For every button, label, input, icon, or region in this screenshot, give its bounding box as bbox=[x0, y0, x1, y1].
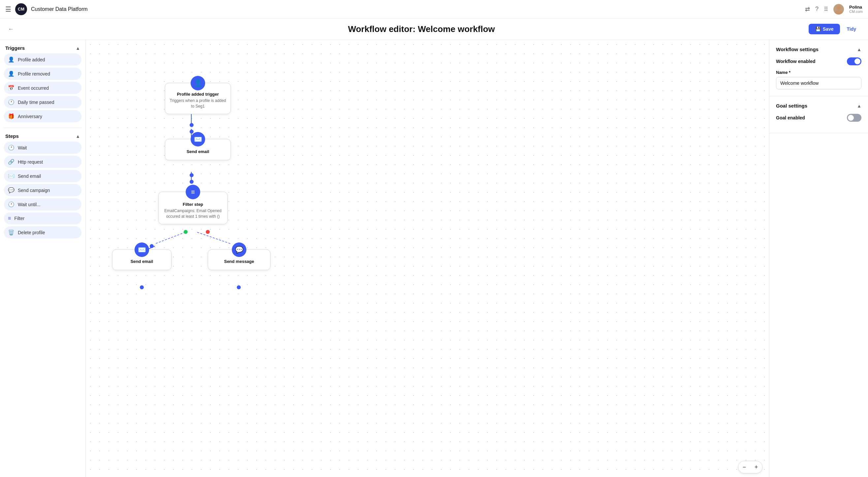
goal-settings-header: Goal settings ▲ bbox=[776, 103, 861, 109]
sidebar-item-label: Filter bbox=[14, 216, 24, 221]
goal-settings-title: Goal settings bbox=[776, 103, 807, 109]
save-icon: 💾 bbox=[815, 26, 821, 32]
node-trigger[interactable]: 👤 Profile added trigger Triggers when a … bbox=[165, 83, 231, 114]
zoom-in-button[interactable]: + bbox=[750, 461, 762, 473]
dot-4 bbox=[190, 180, 194, 184]
zoom-controls: − + bbox=[738, 461, 763, 473]
sidebar-item-daily-time[interactable]: 🕐 Daily time passed bbox=[4, 96, 82, 108]
dot-bottom-left bbox=[140, 285, 144, 289]
sidebar-divider bbox=[4, 128, 82, 128]
steps-section-header: Steps ▲ bbox=[4, 133, 82, 139]
profile-removed-icon: 👤 bbox=[8, 70, 14, 77]
goal-settings-collapse-icon[interactable]: ▲ bbox=[857, 103, 861, 109]
filter-icon: ≡ bbox=[8, 215, 11, 221]
steps-collapse-icon[interactable]: ▲ bbox=[75, 133, 80, 139]
http-request-icon: 🔗 bbox=[8, 159, 14, 165]
trigger-icon-wrap: 👤 bbox=[191, 76, 205, 90]
sidebar-item-delete-profile[interactable]: 🗑️ Delete profile bbox=[4, 226, 82, 239]
workflow-canvas[interactable]: 👤 Profile added trigger Triggers when a … bbox=[86, 40, 769, 477]
sidebar-item-profile-removed[interactable]: 👤 Profile removed bbox=[4, 68, 82, 80]
topnav-right: ⇄ ? ⠿ Polina CM.com bbox=[805, 4, 863, 14]
workflow-settings-collapse-icon[interactable]: ▲ bbox=[857, 47, 861, 52]
workflow-settings-section: Workflow settings ▲ Workflow enabled Nam… bbox=[769, 40, 868, 96]
apps-icon[interactable]: ⠿ bbox=[824, 6, 828, 13]
sidebar-item-label: Delete profile bbox=[18, 230, 45, 235]
workflow-settings-header: Workflow settings ▲ bbox=[776, 47, 861, 52]
send-email-1-icon-wrap: ✉️ bbox=[191, 132, 205, 146]
sidebar-item-label: Anniversary bbox=[18, 114, 42, 119]
sidebar-item-label: Wait until... bbox=[18, 202, 40, 207]
sidebar-item-wait[interactable]: 🕐 Wait bbox=[4, 142, 82, 154]
sidebar-item-label: Daily time passed bbox=[18, 100, 54, 105]
sidebar-item-send-campaign[interactable]: 💬 Send campaign bbox=[4, 184, 82, 196]
sidebar-item-wait-until[interactable]: 🕐 Wait until... bbox=[4, 198, 82, 210]
daily-time-icon: 🕐 bbox=[8, 99, 14, 105]
wait-until-icon: 🕐 bbox=[8, 201, 14, 208]
help-icon[interactable]: ? bbox=[815, 6, 818, 12]
node-filter[interactable]: ≡ Filter step EmailCampaigns: Email Open… bbox=[158, 192, 227, 224]
node-send-email-2[interactable]: ✉️ Send email bbox=[112, 249, 172, 270]
workflow-enabled-label: Workflow enabled bbox=[776, 59, 815, 64]
send-email-1-icon: ✉️ bbox=[194, 135, 202, 143]
toggle-thumb bbox=[855, 58, 860, 64]
user-company: CM.com bbox=[849, 9, 863, 13]
workflow-enabled-toggle[interactable] bbox=[847, 57, 861, 65]
filter-title: Filter step bbox=[163, 202, 223, 207]
svg-point-0 bbox=[836, 6, 841, 10]
send-campaign-icon: 💬 bbox=[8, 187, 14, 193]
sidebar-item-send-email[interactable]: ✉️ Send email bbox=[4, 170, 82, 182]
topnav-left: ☰ CM Customer Data Platform bbox=[5, 3, 88, 15]
node-send-email-1[interactable]: ✉️ Send email bbox=[165, 139, 231, 160]
name-input[interactable] bbox=[776, 77, 861, 89]
right-panel: Workflow settings ▲ Workflow enabled Nam… bbox=[769, 40, 868, 477]
sidebar-item-http-request[interactable]: 🔗 Http request bbox=[4, 156, 82, 168]
goal-enabled-row: Goal enabled bbox=[776, 114, 861, 122]
send-email-2-title: Send email bbox=[116, 259, 167, 264]
hamburger-icon[interactable]: ☰ bbox=[5, 5, 11, 13]
filter-step-icon: ≡ bbox=[191, 188, 195, 196]
sidebar-item-profile-added[interactable]: 👤 Profile added bbox=[4, 54, 82, 66]
tidy-button[interactable]: Tidy bbox=[843, 24, 860, 34]
app-title: Customer Data Platform bbox=[31, 6, 88, 12]
dot-3 bbox=[190, 173, 194, 177]
send-email-2-icon: ✉️ bbox=[138, 246, 146, 254]
filter-desc: EmailCampaigns: Email Opened occured at … bbox=[163, 208, 223, 219]
sidebar-item-event-occurred[interactable]: 📅 Event occurred bbox=[4, 82, 82, 94]
event-occurred-icon: 📅 bbox=[8, 85, 14, 91]
steps-title: Steps bbox=[5, 133, 19, 139]
dot-left-branch bbox=[150, 244, 154, 248]
dot-1 bbox=[190, 123, 194, 127]
svg-line-6 bbox=[155, 232, 185, 244]
sidebar-item-filter[interactable]: ≡ Filter bbox=[4, 212, 82, 224]
refresh-icon[interactable]: ⇄ bbox=[805, 6, 810, 13]
name-field-group: Name * bbox=[776, 70, 861, 89]
user-info: Polina CM.com bbox=[849, 5, 863, 13]
send-message-icon-wrap: 💬 bbox=[232, 242, 246, 257]
zoom-out-button[interactable]: − bbox=[738, 461, 750, 473]
sidebar-item-anniversary[interactable]: 🎁 Anniversary bbox=[4, 110, 82, 122]
app-logo: CM bbox=[15, 3, 27, 15]
send-message-title: Send message bbox=[212, 259, 266, 264]
dot-bottom-right bbox=[237, 285, 241, 289]
back-button[interactable]: ← bbox=[8, 26, 14, 32]
sidebar-item-label: Send email bbox=[18, 174, 41, 179]
page-title-area: Workflow editor: Welcome workflow bbox=[34, 24, 809, 34]
trigger-icon: 👤 bbox=[194, 79, 203, 87]
triggers-collapse-icon[interactable]: ▲ bbox=[75, 46, 80, 51]
workflow-settings-title: Workflow settings bbox=[776, 47, 818, 52]
delete-profile-icon: 🗑️ bbox=[8, 229, 14, 236]
goal-enabled-toggle[interactable] bbox=[847, 114, 861, 122]
avatar[interactable] bbox=[833, 4, 844, 14]
save-button[interactable]: 💾 Save bbox=[809, 24, 840, 34]
svg-line-7 bbox=[197, 232, 231, 244]
send-email-1-title: Send email bbox=[169, 149, 226, 154]
sidebar-item-label: Send campaign bbox=[18, 188, 50, 193]
node-send-message[interactable]: 💬 Send message bbox=[208, 249, 271, 270]
wait-icon: 🕐 bbox=[8, 145, 14, 151]
workflow-enabled-row: Workflow enabled bbox=[776, 57, 861, 65]
filter-step-icon-wrap: ≡ bbox=[186, 185, 200, 199]
name-label: Name * bbox=[776, 70, 861, 75]
goal-enabled-label: Goal enabled bbox=[776, 115, 805, 120]
user-name: Polina bbox=[849, 5, 863, 9]
profile-added-icon: 👤 bbox=[8, 56, 14, 63]
